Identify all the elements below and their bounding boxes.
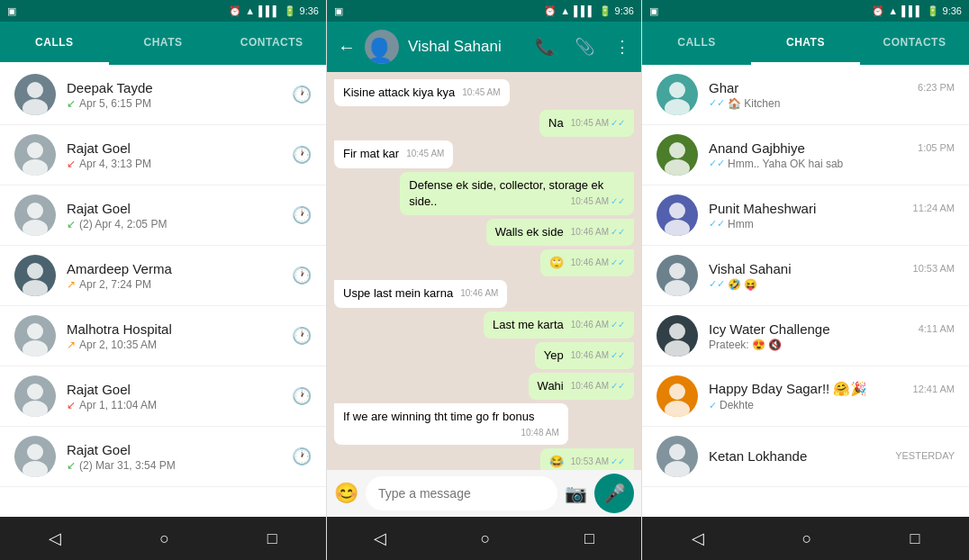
call-list-item[interactable]: Rajat Goel ↙ (2) Apr 4, 2:05 PM 🕐 (0, 185, 326, 246)
left-battery-icon: 🔋 (284, 5, 296, 17)
call-meta: ↙ (2) Apr 4, 2:05 PM (67, 218, 281, 230)
svg-point-28 (669, 203, 685, 219)
msg-time: 10:46 AM✓✓ (571, 319, 625, 331)
attach-icon[interactable]: 📎 (575, 37, 594, 57)
svg-point-16 (27, 384, 43, 400)
mid-back-btn[interactable]: ◁ (356, 521, 404, 555)
call-direction-icon: ↙ (67, 399, 76, 411)
left-tab-contacts[interactable]: CONTACTS (217, 22, 326, 65)
chat-list: Ghar 6:23 PM ✓✓ 🏠 Kitchen Anand Gajbhiye… (642, 65, 969, 517)
call-time: Apr 5, 6:15 PM (79, 97, 151, 110)
mic-button[interactable]: 🎤 (594, 474, 634, 513)
right-recent-btn[interactable]: □ (892, 522, 938, 555)
msg-time: 10:45 AM (462, 86, 500, 99)
call-info: Rajat Goel ↙ (2) Mar 31, 3:54 PM (67, 442, 281, 472)
message-bubble: Wahi10:46 AM✓✓ (529, 373, 634, 400)
mid-home-btn[interactable]: ○ (463, 522, 509, 555)
chat-list-item[interactable]: Vishal Sahani 10:53 AM ✓✓ 🤣 😝 (642, 246, 969, 306)
svg-point-37 (669, 384, 685, 400)
right-home-btn[interactable]: ○ (784, 522, 830, 555)
right-tab-contacts[interactable]: CONTACTS (860, 22, 969, 65)
chat-item-info: Anand Gajbhiye 1:05 PM ✓✓ Hmm.. Yaha OK … (709, 140, 955, 170)
chat-list-item[interactable]: Ketan Lokhande YESTERDAY (642, 427, 969, 487)
back-button[interactable]: ← (338, 37, 356, 58)
message-bubble: 😂10:53 AM✓✓ (540, 448, 634, 470)
chat-item-preview: Prateek: 😍 🔇 (709, 339, 955, 351)
chat-check: ✓ (709, 400, 717, 411)
call-list-item[interactable]: Rajat Goel ↙ Apr 1, 11:04 AM 🕐 (0, 366, 326, 427)
svg-point-13 (27, 323, 43, 339)
chat-item-time: 11:24 AM (913, 203, 955, 213)
call-list-item[interactable]: Amardeep Verma ↗ Apr 2, 7:24 PM 🕐 (0, 246, 326, 306)
call-direction-icon: ↙ (67, 97, 76, 110)
chat-item-time: YESTERDAY (895, 450, 955, 461)
msg-text: 🙄 (549, 256, 564, 269)
call-direction-icon: ↙ (67, 218, 76, 230)
call-direction-icon: ↗ (67, 339, 76, 351)
chat-item-top: Anand Gajbhiye 1:05 PM (709, 140, 955, 156)
msg-time: 10:46 AM✓✓ (571, 257, 625, 269)
message-bubble: Uspe last mein karna10:46 AM (334, 280, 507, 307)
more-icon[interactable]: ⋮ (614, 37, 630, 57)
msg-text: Yep (544, 348, 564, 362)
call-name: Rajat Goel (67, 442, 281, 457)
camera-button[interactable]: 📷 (565, 483, 587, 504)
chat-item-time: 1:05 PM (918, 142, 955, 153)
left-tab-calls[interactable]: CALLS (0, 22, 109, 65)
right-back-btn[interactable]: ◁ (674, 521, 722, 555)
chat-item-top: Ketan Lokhande YESTERDAY (709, 448, 955, 464)
call-direction-icon: ↙ (67, 158, 76, 170)
right-nav-bar: ◁ ○ □ (642, 517, 969, 560)
chat-item-info: Punit Maheshwari 11:24 AM ✓✓ Hmm (709, 201, 955, 230)
right-battery-icon: 🔋 (927, 5, 939, 17)
chat-item-info: Happy Bday Sagar!! 🤗🎉 12:41 AM ✓ Dekhte (709, 381, 955, 411)
svg-point-31 (669, 263, 685, 279)
call-list-item[interactable]: Rajat Goel ↙ Apr 4, 3:13 PM 🕐 (0, 125, 326, 185)
msg-time: 10:45 AM (406, 148, 444, 160)
left-home-btn[interactable]: ○ (141, 522, 187, 555)
msg-check: ✓✓ (611, 227, 625, 237)
left-tab-bar: CALLS CHATS CONTACTS (0, 22, 326, 65)
chat-list-item[interactable]: Icy Water Challenge 4:11 AM Prateek: 😍 🔇 (642, 306, 969, 366)
mid-nav-bar: ◁ ○ □ (327, 517, 641, 560)
chat-list-item[interactable]: Happy Bday Sagar!! 🤗🎉 12:41 AM ✓ Dekhte (642, 366, 969, 427)
message-bubble: If we are winning tht time go fr bonus10… (334, 403, 568, 445)
mic-icon: 🎤 (603, 483, 626, 504)
call-list-item[interactable]: Malhotra Hospital ↗ Apr 2, 10:35 AM 🕐 (0, 306, 326, 366)
chat-item-info: Ghar 6:23 PM ✓✓ 🏠 Kitchen (709, 80, 955, 110)
left-status-bar: ▣ ⏰ ▲ ▌▌▌ 🔋 9:36 (0, 0, 326, 22)
mid-recent-btn[interactable]: □ (566, 522, 612, 555)
message-bubble: Yep10:46 AM✓✓ (535, 342, 634, 369)
msg-check: ✓✓ (611, 381, 625, 391)
mid-battery-icon: 🔋 (599, 5, 611, 17)
right-tab-calls[interactable]: CALLS (642, 22, 751, 65)
message-bubble: Kisine attack kiya kya10:45 AM (334, 79, 510, 106)
right-wifi-icon: ▲ (888, 5, 898, 16)
left-tab-chats[interactable]: CHATS (109, 22, 218, 65)
chat-list-item[interactable]: Ghar 6:23 PM ✓✓ 🏠 Kitchen (642, 65, 969, 125)
call-list-item[interactable]: Rajat Goel ↙ (2) Mar 31, 3:54 PM 🕐 (0, 427, 326, 487)
chat-item-name: Icy Water Challenge (709, 321, 830, 337)
call-info: Rajat Goel ↙ (2) Apr 4, 2:05 PM (67, 201, 281, 230)
msg-time: 10:45 AM✓✓ (571, 195, 625, 208)
chat-check: ✓✓ (709, 97, 725, 109)
left-back-btn[interactable]: ◁ (31, 521, 79, 555)
right-status-icons: ⏰ ▲ ▌▌▌ 🔋 9:36 (872, 5, 962, 17)
call-list-item[interactable]: Deepak Tayde ↙ Apr 5, 6:15 PM 🕐 (0, 65, 326, 125)
message-bubble: Fir mat kar10:45 AM (334, 140, 453, 167)
chat-preview-text: Hmm (728, 218, 754, 230)
clock-icon: 🕐 (292, 85, 312, 104)
left-recent-btn[interactable]: □ (249, 522, 295, 555)
chat-list-item[interactable]: Punit Maheshwari 11:24 AM ✓✓ Hmm (642, 185, 969, 246)
phone-icon[interactable]: 📞 (535, 37, 555, 57)
chat-header: ← 👤 Vishal Sahani 📞 📎 ⋮ (327, 22, 641, 72)
msg-text: Last me karta (493, 318, 564, 331)
emoji-button[interactable]: 😊 (334, 482, 358, 505)
call-info: Malhotra Hospital ↗ Apr 2, 10:35 AM (67, 321, 281, 351)
right-tab-chats[interactable]: CHATS (751, 22, 860, 65)
message-input[interactable] (366, 476, 557, 510)
chat-list-item[interactable]: Anand Gajbhiye 1:05 PM ✓✓ Hmm.. Yaha OK … (642, 125, 969, 185)
call-info: Rajat Goel ↙ Apr 1, 11:04 AM (67, 382, 281, 411)
chat-item-time: 10:53 AM (913, 263, 955, 274)
msg-time: 10:48 AM (521, 427, 558, 439)
